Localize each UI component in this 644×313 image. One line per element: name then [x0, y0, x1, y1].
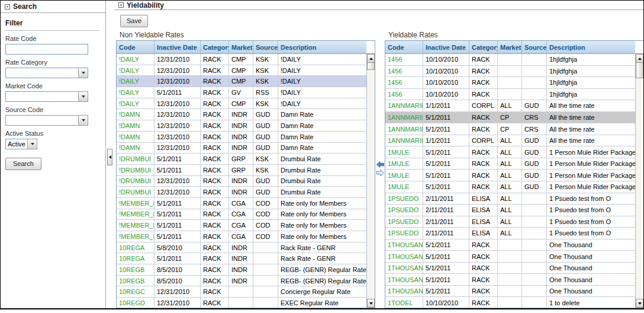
table-row[interactable]: 1MULE5/1/2011RACKALLGUD1 Person Mule Rid…	[385, 181, 635, 193]
table-row[interactable]: !DAMN12/31/2010RACKINDRGUDDamn Rate	[117, 109, 366, 120]
column-header[interactable]: Category	[201, 41, 229, 53]
table-cell: 1hjldfghja	[547, 77, 635, 88]
table-row[interactable]: !MEMBER_RA...5/1/2011RACKCGACODRate only…	[117, 198, 366, 209]
collapse-icon[interactable]	[118, 2, 124, 8]
table-row[interactable]: !DAMN12/31/2010RACKINDRGUDDamn Rate	[117, 132, 366, 143]
save-button[interactable]: Save	[120, 15, 148, 27]
table-row[interactable]: !MEMBER_RA...5/1/2011RACKCGACODRate only…	[117, 231, 366, 242]
yieldability-panel-header[interactable]: Yieldability	[114, 1, 643, 10]
table-row[interactable]: 1ANNMARIE5/1/2011RACKCPCRSAll the time r…	[385, 112, 635, 124]
table-row[interactable]: 1THOUSAND5/1/2011RACKOne Thousand	[385, 274, 635, 286]
table-row[interactable]: !DAMN12/31/2010RACKINDRGUDDamn Rate	[117, 143, 366, 154]
table-cell: RACK	[201, 120, 229, 131]
table-row[interactable]: 1PSUEDO2/11/2011ELISAALL1 Psuedo test fr…	[385, 193, 635, 205]
table-row[interactable]: 145610/10/2010RACK1hjldfghja	[385, 77, 635, 89]
scrollbar-thumb[interactable]	[367, 63, 375, 70]
search-button[interactable]: Search	[5, 158, 41, 170]
column-header[interactable]: Market	[498, 41, 522, 53]
table-row[interactable]: 1ANNMARIE1/1/2011CORPLALLGUDAll the time…	[385, 100, 635, 112]
table-row[interactable]: 10REGC12/31/2010RACKConcierge Regular Ra…	[117, 286, 366, 298]
table-row[interactable]: 1THOUSAND5/1/2011RACKOne Thousand	[385, 286, 635, 298]
scroll-up-button[interactable]	[367, 54, 375, 63]
scroll-down-button[interactable]	[367, 299, 375, 308]
table-cell: All the time rate	[547, 135, 635, 146]
source-code-combo[interactable]	[5, 115, 88, 126]
table-row[interactable]: !DAILY12/31/2010RACKCMPKSK!DAILY	[117, 54, 366, 65]
table-row[interactable]: 1PSUEDO2/11/2011ELISAALL1 Psuedo test fr…	[385, 228, 635, 239]
table-row[interactable]: 10REGA5/1/2011RACKINDRRack Rate - GENR	[117, 253, 366, 264]
table-row[interactable]: !DRUMBUI12/31/2010RACKINDRGUDDrumbui Rat…	[117, 187, 366, 198]
table-cell: CMP	[229, 98, 253, 109]
table-cell: 1 Person Mule Rider Package	[547, 181, 635, 193]
table-cell: ELISA	[469, 193, 498, 205]
table-row[interactable]: 10REGB8/5/2010RACKINDRREGB- (GENR) Regul…	[117, 276, 366, 287]
active-status-select[interactable]: Active	[5, 139, 37, 149]
collapse-icon[interactable]	[5, 4, 10, 9]
panel-splitter[interactable]	[106, 1, 114, 308]
table-row[interactable]: !DAMN12/31/2010RACKINDRGUDDamn Rate	[117, 120, 366, 132]
table-row[interactable]: 10REGB8/5/2010RACKINDRREGB- (GENR) Regul…	[117, 264, 366, 276]
column-header[interactable]: Source	[522, 41, 547, 53]
chevron-down-icon[interactable]	[27, 139, 37, 149]
yieldable-scrollbar[interactable]	[635, 54, 643, 308]
table-row[interactable]: 145610/10/2010RACK1hjldfghja	[385, 66, 635, 78]
column-header[interactable]: Market	[229, 41, 253, 53]
table-row[interactable]: !DRUMBUI12/31/2010RACKINDRGUDDrumbui Rat…	[117, 176, 366, 187]
search-panel-header[interactable]: Search	[1, 1, 105, 13]
column-header[interactable]: Inactive Date	[154, 41, 201, 53]
table-row[interactable]: !DRUMBUI5/1/2011RACKGRPKSKDrumbui Rate	[117, 165, 366, 176]
move-left-button[interactable]	[376, 161, 384, 168]
table-cell: 5/1/2011	[423, 263, 469, 274]
column-header[interactable]: Source	[253, 41, 278, 53]
column-header[interactable]: Category	[469, 41, 498, 53]
table-row[interactable]: 1ANNMARIE5/1/2011RACKCPCRSAll the time r…	[385, 123, 635, 135]
scrollbar-thumb[interactable]	[636, 63, 643, 78]
table-row[interactable]: !DRUMBUI5/1/2011RACKGRPKSKDrumbui Rate	[117, 154, 366, 165]
chevron-down-icon[interactable]	[78, 116, 88, 125]
table-row[interactable]: 1PSUEDO2/11/2011ELISAALL1 Psuedo test fr…	[385, 216, 635, 228]
rate-category-combo[interactable]	[5, 68, 88, 78]
table-row[interactable]: 1MULE5/1/2011RACKALLGUD1 Person Mule Rid…	[385, 146, 635, 158]
table-row[interactable]: !DAILY5/1/2011RACKGVRSS!DAILY	[117, 87, 366, 98]
table-row[interactable]: 1THOUSAND5/1/2011RACKOne Thousand	[385, 263, 635, 274]
table-row[interactable]: 1THOUSAND5/1/2011RACKOne Thousand	[385, 239, 635, 251]
scroll-up-button[interactable]	[636, 54, 643, 63]
table-row[interactable]: !DAILY12/31/2010RACKCMPKSK!DAILY	[117, 65, 366, 76]
column-header[interactable]: Inactive Date	[423, 41, 469, 53]
column-header[interactable]: Description	[278, 41, 366, 53]
active-status-label: Active Status	[5, 130, 99, 137]
arrow-left-icon	[376, 161, 384, 168]
table-row[interactable]: 145610/10/2010RACK1hjldfghja	[385, 89, 635, 101]
table-row[interactable]: 1TODEL10/10/2010RACK1 to delete	[385, 297, 635, 308]
table-row[interactable]: 1MULE5/1/2011RACKALLGUD1 Person Mule Rid…	[385, 170, 635, 181]
table-row[interactable]: 10REGD12/31/2010RACKEXEC Regular Rate	[117, 298, 366, 308]
non-yieldable-scrollbar[interactable]	[366, 54, 375, 308]
collapse-panel-button[interactable]	[107, 149, 112, 165]
table-cell: CGA	[229, 198, 253, 209]
table-cell: RACK	[201, 98, 229, 109]
table-row[interactable]: 1MULE5/1/2011RACKALLGUD1 Person Mule Rid…	[385, 158, 635, 170]
chevron-down-icon[interactable]	[78, 68, 88, 78]
column-header[interactable]: Code	[385, 41, 423, 53]
table-row[interactable]: !DAILY12/31/2010RACKCMPKSK!DAILY	[117, 98, 366, 110]
table-cell: !DAILY	[278, 54, 366, 65]
table-row[interactable]: 145610/10/2010RACK1hjldfghja	[385, 54, 635, 66]
table-row[interactable]: !MEMBER_RA...5/1/2011RACKCGACODRate only…	[117, 220, 366, 231]
table-row[interactable]: 10REGA5/8/2010RACKINDRRack Rate - GENR	[117, 242, 366, 254]
table-cell: RACK	[201, 176, 229, 187]
search-panel-title: Search	[13, 2, 37, 11]
table-row[interactable]: !MEMBER_RA...5/1/2011RACKCGACODRate only…	[117, 209, 366, 221]
rate-code-input[interactable]	[5, 44, 88, 55]
scroll-down-button[interactable]	[636, 299, 643, 308]
column-header[interactable]: Description	[547, 41, 635, 53]
table-cell: Rate only for Members	[278, 220, 366, 231]
chevron-down-icon[interactable]	[78, 92, 88, 101]
table-cell: 5/8/2010	[154, 242, 201, 253]
move-right-button[interactable]	[376, 170, 384, 176]
column-header[interactable]: Code	[117, 41, 154, 53]
table-row[interactable]: !DAILY12/31/2010RACKCMPKSK!DAILY	[117, 76, 366, 87]
market-code-combo[interactable]	[5, 91, 88, 102]
table-row[interactable]: 1THOUSAND5/1/2011RACKOne Thousand	[385, 251, 635, 263]
table-row[interactable]: 1ANNMARIE1/1/2011CORPLALLGUDAll the time…	[385, 135, 635, 147]
table-row[interactable]: 1PSUEDO2/11/2011ELISAALL1 Psuedo test fr…	[385, 205, 635, 216]
